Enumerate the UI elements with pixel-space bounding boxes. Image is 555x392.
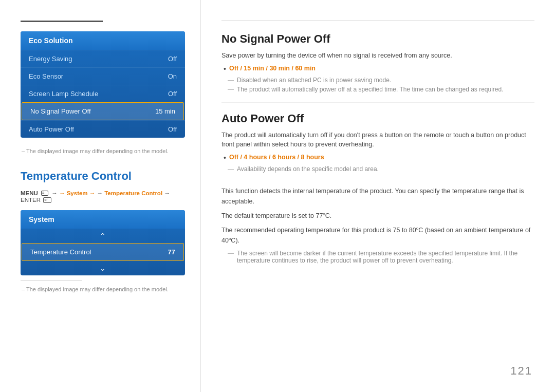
menu-item-value: 15 min — [155, 107, 175, 115]
temp-body1: This function detects the internal tempe… — [221, 186, 534, 207]
chevron-down-icon: ⌄ — [100, 264, 106, 272]
eco-note: – The displayed image may differ dependi… — [21, 148, 185, 154]
menu-item-auto-power[interactable]: Auto Power Off Off — [21, 120, 185, 138]
menu-item-no-signal[interactable]: No Signal Power Off 15 min — [22, 102, 184, 120]
menu-item-eco-sensor[interactable]: Eco Sensor On — [21, 67, 185, 85]
system-item-label: Temperature Control — [30, 248, 91, 256]
enter-icon: ↵ — [43, 197, 51, 203]
menu-icon: ≡ — [41, 191, 48, 196]
system-arrow-up[interactable]: ⌃ — [21, 229, 185, 243]
bullet-dot-2: • — [224, 154, 226, 162]
chevron-up-icon: ⌃ — [100, 232, 106, 240]
menu-item-energy-saving[interactable]: Energy Saving Off — [21, 50, 185, 67]
system-menu: System ⌃ Temperature Control 77 ⌄ — [21, 210, 185, 275]
menu-path-menu: MENU — [21, 190, 38, 196]
right-panel: No Signal Power Off Save power by turnin… — [200, 0, 555, 392]
no-signal-heading: No Signal Power Off — [221, 32, 534, 46]
auto-power-desc: The product will automatically turn off … — [221, 130, 534, 150]
page-number: 121 — [510, 364, 532, 378]
temp-body3: The recommended operating temperature fo… — [221, 225, 534, 246]
auto-power-heading: Auto Power Off — [221, 112, 534, 125]
bullet-text: Off / 15 min / 30 min / 60 min — [229, 65, 316, 72]
system-header: System — [21, 210, 185, 229]
menu-item-label: Auto Power Off — [29, 125, 74, 133]
temperature-section: This function detects the internal tempe… — [221, 186, 534, 264]
menu-item-label: No Signal Power Off — [30, 107, 91, 115]
system-arrow-down[interactable]: ⌄ — [21, 261, 185, 275]
no-signal-note2: The product will automatically power off… — [228, 86, 534, 93]
temp-body2: The default temperature is set to 77oC. — [221, 211, 534, 221]
menu-item-screen-lamp[interactable]: Screen Lamp Schedule Off — [21, 85, 185, 102]
auto-power-bullet: • Off / 4 hours / 6 hours / 8 hours — [224, 154, 534, 162]
temp-screen-note: The screen will become darker if the cur… — [228, 250, 534, 264]
menu-item-label: Energy Saving — [29, 55, 72, 63]
left-panel: Eco Solution Energy Saving Off Eco Senso… — [0, 0, 200, 392]
menu-item-label: Eco Sensor — [29, 72, 63, 80]
right-top-divider — [221, 21, 534, 21]
bullet-dot: • — [224, 65, 226, 73]
section-divider-1 — [221, 102, 534, 103]
menu-item-value: Off — [168, 55, 177, 63]
eco-solution-header: Eco Solution — [21, 31, 185, 50]
auto-power-note1: Availability depends on the specific mod… — [228, 165, 534, 173]
menu-path: MENU ≡ → → System → → Temperature Contro… — [21, 190, 185, 203]
menu-item-value: On — [168, 72, 177, 80]
no-signal-section: No Signal Power Off Save power by turnin… — [221, 32, 534, 93]
spacer — [221, 175, 534, 186]
system-item-value: 77 — [168, 248, 175, 256]
no-signal-note1: Disabled when an attached PC is in power… — [228, 77, 534, 84]
page-container: Eco Solution Energy Saving Off Eco Senso… — [0, 0, 555, 392]
temp-section-title: Temperature Control — [21, 170, 185, 183]
no-signal-bullet: • Off / 15 min / 30 min / 60 min — [224, 65, 534, 73]
eco-solution-menu: Eco Solution Energy Saving Off Eco Senso… — [21, 31, 185, 138]
menu-item-label: Screen Lamp Schedule — [29, 90, 98, 98]
auto-power-section: Auto Power Off The product will automati… — [221, 112, 534, 173]
system-item-temp-control[interactable]: Temperature Control 77 — [22, 243, 184, 261]
no-signal-desc: Save power by turning the device off whe… — [221, 51, 534, 61]
top-divider — [21, 21, 103, 22]
bullet-text-2: Off / 4 hours / 6 hours / 8 hours — [229, 154, 324, 161]
system-note: – The displayed image may differ dependi… — [21, 286, 185, 292]
menu-item-value: Off — [168, 90, 177, 98]
menu-item-value: Off — [168, 125, 177, 133]
